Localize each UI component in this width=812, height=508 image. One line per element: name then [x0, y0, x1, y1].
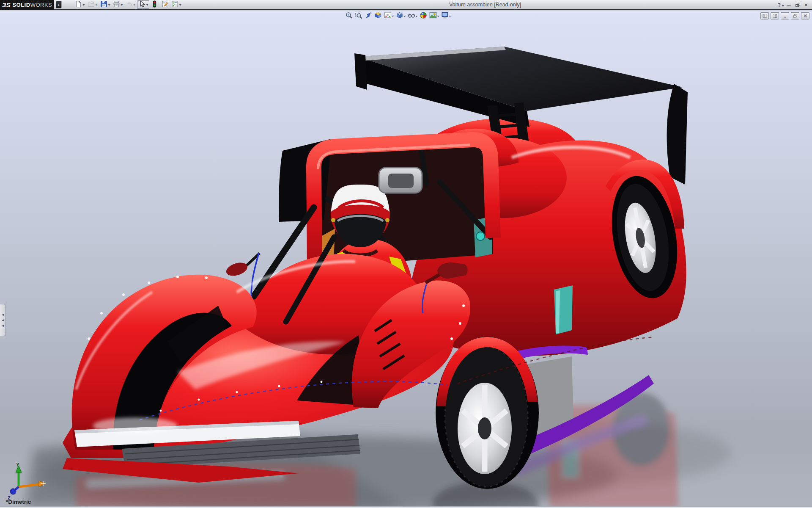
restore-icon — [796, 3, 800, 7]
air-intake-box[interactable] — [379, 168, 422, 193]
document-title: Voiture assomblee [Read-only] — [449, 2, 521, 8]
pane-previous-button[interactable] — [760, 12, 769, 19]
rebuild-traffic-light-icon — [151, 0, 158, 9]
pane-next-icon — [772, 12, 778, 20]
open-icon — [88, 0, 95, 9]
doc-minimize-button[interactable] — [781, 12, 789, 19]
display-style-button[interactable]: ▾ — [395, 12, 406, 20]
previous-view-icon — [365, 11, 372, 21]
logo-text-light: WORKS — [30, 2, 52, 8]
zoom-to-fit-button[interactable] — [345, 12, 353, 20]
new-document-icon — [75, 0, 82, 9]
feature-manager-collapsed-tab[interactable]: ◂ ◂ ◂ — [0, 304, 6, 336]
undo-icon — [126, 0, 133, 9]
select-button[interactable]: ▾ — [137, 0, 149, 9]
view-orientation-icon — [384, 11, 392, 21]
dropdown-caret-icon[interactable]: ▾ — [437, 14, 439, 18]
options-checklist-icon — [171, 0, 178, 9]
minimize-button[interactable] — [786, 2, 793, 8]
display-style-icon — [396, 11, 403, 21]
doc-minimize-icon — [782, 12, 788, 20]
collapse-arrow-icon: ◂ — [2, 313, 4, 317]
menu-expand-button[interactable]: ▸ — [56, 1, 62, 8]
minimize-icon — [787, 6, 791, 6]
save-icon — [100, 0, 107, 9]
help-button[interactable]: ? ▾ — [777, 2, 784, 8]
standard-toolbar: ▾▾▾▾▾▾▾ — [74, 0, 182, 9]
edit-sheet-icon — [161, 0, 168, 9]
dropdown-caret-icon[interactable]: ▾ — [404, 14, 406, 18]
status-bar-edge — [0, 506, 812, 508]
previous-view-button[interactable] — [364, 12, 373, 20]
hide-show-items-icon — [408, 11, 415, 21]
cyan-detail — [476, 232, 485, 240]
options-button[interactable]: ▾ — [170, 0, 182, 9]
zoom-to-fit-icon — [345, 11, 353, 21]
pane-previous-icon — [762, 12, 768, 20]
view-orientation-label: *Dimetric — [6, 499, 31, 505]
reference-triad: Y Z — [2, 461, 52, 505]
view-settings-icon — [441, 11, 449, 21]
pane-next-button[interactable] — [771, 12, 779, 19]
doc-restore-button[interactable] — [791, 12, 799, 19]
select-arrow-icon — [138, 0, 145, 9]
car-assembly[interactable] — [63, 47, 688, 489]
left-mirror[interactable] — [225, 253, 260, 278]
edit-appearance-button[interactable] — [419, 12, 428, 20]
help-caret-icon: ▾ — [782, 4, 784, 8]
dropdown-caret-icon[interactable]: ▾ — [83, 3, 85, 7]
view-settings-button[interactable]: ▾ — [441, 12, 451, 20]
solidworks-logo: ЗS SOLIDWORKS — [0, 0, 54, 10]
rebuild-button[interactable] — [150, 0, 159, 9]
door-glass[interactable] — [554, 285, 573, 334]
graphics-viewport[interactable]: ▾▾▾▾▾ ◂ ◂ ◂ Y Z *Dimetric — [0, 11, 812, 506]
view-orientation-button[interactable]: ▾ — [384, 12, 394, 20]
doc-close-icon — [803, 12, 808, 20]
zoom-to-area-icon — [355, 11, 362, 21]
edit-appearance-icon — [420, 11, 427, 21]
section-view-button[interactable] — [374, 12, 382, 20]
collapse-arrow-icon: ◂ — [2, 324, 4, 328]
zoom-to-area-button[interactable] — [354, 12, 363, 20]
save-button[interactable]: ▾ — [99, 0, 111, 9]
dropdown-caret-icon[interactable]: ▾ — [416, 14, 417, 18]
print-icon — [113, 0, 120, 9]
file-properties-button[interactable] — [160, 0, 170, 9]
solidworks-window: ЗS SOLIDWORKS ▸ ▾▾▾▾▾▾▾ Voiture assomble… — [0, 0, 812, 508]
dropdown-caret-icon[interactable]: ▾ — [392, 14, 394, 18]
collapse-arrow-icon: ◂ — [2, 318, 4, 322]
doc-close-button[interactable] — [801, 12, 809, 19]
hide-show-items-button[interactable]: ▾ — [407, 12, 418, 20]
3d-model-race-car[interactable] — [0, 11, 812, 506]
dropdown-caret-icon[interactable]: ▾ — [108, 3, 110, 7]
section-view-icon — [374, 11, 382, 21]
document-window-controls — [760, 12, 809, 19]
menu-expand-arrow-icon: ▸ — [58, 3, 60, 7]
dropdown-caret-icon[interactable]: ▾ — [449, 14, 451, 18]
logo-glyph: ЗS — [2, 1, 11, 8]
undo-button[interactable]: ▾ — [124, 0, 137, 9]
dropdown-caret-icon[interactable]: ▾ — [146, 3, 148, 7]
restore-button[interactable] — [794, 2, 801, 8]
logo-text-bold: SOLID — [12, 2, 30, 8]
apply-scene-button[interactable]: ▾ — [429, 12, 439, 20]
close-button[interactable]: ✕ — [803, 2, 809, 8]
open-button[interactable]: ▾ — [86, 0, 99, 9]
titlebar: ЗS SOLIDWORKS ▸ ▾▾▾▾▾▾▾ Voiture assomble… — [0, 0, 812, 10]
doc-restore-icon — [793, 12, 798, 20]
heads-up-view-toolbar: ▾▾▾▾▾ — [345, 12, 451, 20]
window-controls: ? ▾ ✕ — [777, 0, 809, 10]
dropdown-caret-icon[interactable]: ▾ — [121, 3, 123, 7]
apply-scene-icon — [429, 11, 437, 21]
dropdown-caret-icon[interactable]: ▾ — [134, 3, 135, 7]
print-button[interactable]: ▾ — [112, 0, 124, 9]
dropdown-caret-icon[interactable]: ▾ — [96, 3, 97, 7]
dropdown-caret-icon[interactable]: ▾ — [179, 3, 181, 7]
close-icon: ✕ — [804, 2, 808, 8]
new-document-button[interactable]: ▾ — [74, 0, 86, 9]
